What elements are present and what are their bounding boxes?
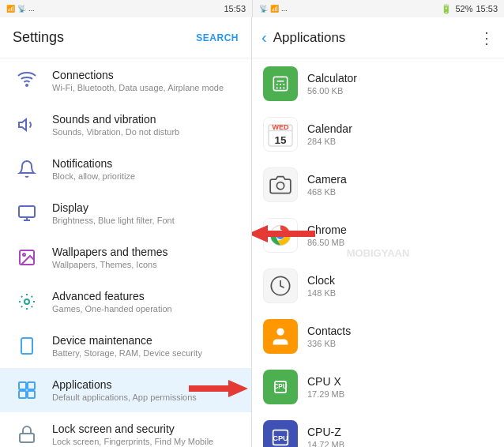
settings-item-wallpapers[interactable]: Wallpapers and themes Wallpapers, Themes… <box>0 235 251 280</box>
svg-point-19 <box>280 84 281 85</box>
applications-header: ‹ Applications ⋮ <box>252 17 504 58</box>
app-name-clock: Clock <box>307 274 493 287</box>
app-item-chrome[interactable]: Chrome 86.50 MB <box>252 210 504 261</box>
app-size-contacts: 336 KB <box>307 339 493 348</box>
settings-item-connections[interactable]: Connections Wi-Fi, Bluetooth, Data usage… <box>0 58 251 103</box>
settings-item-title-sounds: Sounds and vibration <box>52 113 239 126</box>
app-size-clock: 148 KB <box>307 288 493 298</box>
wifi-icon-right: 📡 <box>259 5 268 13</box>
app-item-clock[interactable]: Clock 148 KB <box>252 261 504 311</box>
app-size-chrome: 86.50 MB <box>307 238 493 247</box>
svg-text:CPU: CPU <box>273 383 287 390</box>
settings-item-subtitle-sounds: Sounds, Vibration, Do not disturb <box>52 127 239 137</box>
applications-red-arrow <box>185 378 248 402</box>
svg-point-6 <box>23 254 25 256</box>
app-name-camera: Camera <box>307 173 493 186</box>
battery-icon: 🔋 <box>441 4 452 14</box>
app-item-calculator[interactable]: Calculator 56.00 KB <box>252 58 504 109</box>
settings-item-display[interactable]: Display Brightness, Blue light filter, F… <box>0 191 251 235</box>
battery-pct: 52% <box>455 4 472 13</box>
svg-rect-2 <box>19 206 35 217</box>
advanced-icon <box>13 287 41 316</box>
settings-item-title-device: Device maintenance <box>52 334 239 347</box>
right-time-area: 🔋 52% 15:53 <box>441 4 498 14</box>
svg-text:WED: WED <box>273 123 289 131</box>
dots-right: ... <box>281 5 288 13</box>
settings-item-sounds[interactable]: Sounds and vibration Sounds, Vibration, … <box>0 103 251 147</box>
notifications-icon <box>13 155 41 183</box>
left-status-icons: 📶 📡 ... <box>6 5 35 13</box>
settings-item-lockscreen[interactable]: Lock screen and security Lock screen, Fi… <box>0 412 251 447</box>
app-icon-calendar: 15WED <box>263 117 298 152</box>
search-button[interactable]: SEARCH <box>196 32 239 43</box>
applications-panel: ‹ Applications ⋮ MOBIGYAAN Calculator 56… <box>252 17 504 447</box>
left-time: 15:53 <box>224 4 246 13</box>
settings-item-title-advanced: Advanced features <box>52 290 239 302</box>
applications-title: Applications <box>273 30 479 46</box>
app-item-camera[interactable]: Camera 468 KB <box>252 160 504 210</box>
app-size-calculator: 56.00 KB <box>307 86 493 96</box>
settings-item-title-notifications: Notifications <box>52 157 239 170</box>
svg-text:CPU: CPU <box>273 434 288 442</box>
app-icon-camera <box>263 167 298 202</box>
settings-header: Settings SEARCH <box>0 17 251 58</box>
app-icon-contacts <box>263 319 298 354</box>
apps-list: MOBIGYAAN Calculator 56.00 KB 15WED Cale… <box>252 58 504 447</box>
svg-point-18 <box>276 84 278 85</box>
svg-rect-13 <box>28 391 35 398</box>
left-status-bar: 📶 📡 ... 15:53 <box>0 0 252 17</box>
signal-icon-right: 📶 <box>270 5 279 13</box>
right-status-icons: 📡 📶 ... <box>259 5 288 13</box>
app-size-cpu-x: 17.29 MB <box>307 389 493 399</box>
svg-rect-10 <box>19 382 26 389</box>
settings-item-subtitle-device: Battery, Storage, RAM, Device security <box>52 348 239 358</box>
app-size-camera: 468 KB <box>307 187 493 197</box>
settings-item-subtitle-lockscreen: Lock screen, Fingerprints, Find My Mobil… <box>52 437 239 446</box>
settings-item-notifications[interactable]: Notifications Block, allow, prioritize <box>0 147 251 191</box>
device-icon <box>13 332 41 360</box>
settings-item-subtitle-advanced: Games, One-handed operation <box>52 304 239 314</box>
right-status-bar: 📡 📶 ... 🔋 52% 15:53 <box>252 0 504 17</box>
app-name-contacts: Contacts <box>307 325 493 337</box>
app-name-cpu-x: CPU X <box>307 375 493 388</box>
connections-icon <box>13 66 41 95</box>
chrome-red-arrow <box>252 223 319 247</box>
svg-point-0 <box>26 85 28 86</box>
settings-item-title-wallpapers: Wallpapers and themes <box>52 246 239 258</box>
lock-icon <box>13 420 41 447</box>
signal-icon: 📶 <box>6 5 15 13</box>
svg-text:15: 15 <box>274 134 287 146</box>
app-item-calendar[interactable]: 15WED Calendar 284 KB <box>252 109 504 160</box>
main-panels: Settings SEARCH Connections Wi-Fi, Bluet… <box>0 17 504 447</box>
wifi-icon-left: 📡 <box>17 5 26 13</box>
svg-marker-31 <box>252 225 315 242</box>
settings-item-device[interactable]: Device maintenance Battery, Storage, RAM… <box>0 324 251 368</box>
status-bars: 📶 📡 ... 15:53 📡 📶 ... 🔋 52% 15:53 <box>0 0 504 17</box>
wallpapers-icon <box>13 243 41 272</box>
svg-point-28 <box>276 182 284 190</box>
more-button[interactable]: ⋮ <box>479 28 495 47</box>
back-button[interactable]: ‹ <box>261 28 267 47</box>
settings-item-advanced[interactable]: Advanced features Games, One-handed oper… <box>0 280 251 324</box>
svg-point-7 <box>24 299 29 304</box>
app-item-cpu-x[interactable]: CPU CPU X 17.29 MB <box>252 362 504 412</box>
svg-rect-8 <box>21 338 32 354</box>
app-item-cpu-z[interactable]: CPU CPU-Z 14.72 MB <box>252 412 504 447</box>
app-name-cpu-z: CPU-Z <box>307 426 493 438</box>
settings-item-applications[interactable]: Applications Default applications, App p… <box>0 368 251 412</box>
settings-item-title-lockscreen: Lock screen and security <box>52 423 239 435</box>
svg-marker-14 <box>189 380 248 397</box>
settings-item-subtitle-display: Brightness, Blue light filter, Font <box>52 216 239 225</box>
settings-item-subtitle-wallpapers: Wallpapers, Themes, Icons <box>52 260 239 269</box>
settings-item-subtitle-notifications: Block, allow, prioritize <box>52 171 239 181</box>
svg-rect-12 <box>19 391 26 398</box>
settings-item-title-connections: Connections <box>52 69 239 81</box>
svg-point-33 <box>276 329 284 336</box>
app-item-contacts[interactable]: Contacts 336 KB <box>252 311 504 362</box>
sound-icon <box>13 111 41 139</box>
applications-icon <box>13 376 41 404</box>
settings-list: Connections Wi-Fi, Bluetooth, Data usage… <box>0 58 251 447</box>
svg-point-23 <box>283 87 284 88</box>
app-size-calendar: 284 KB <box>307 137 493 146</box>
display-icon <box>13 199 41 227</box>
